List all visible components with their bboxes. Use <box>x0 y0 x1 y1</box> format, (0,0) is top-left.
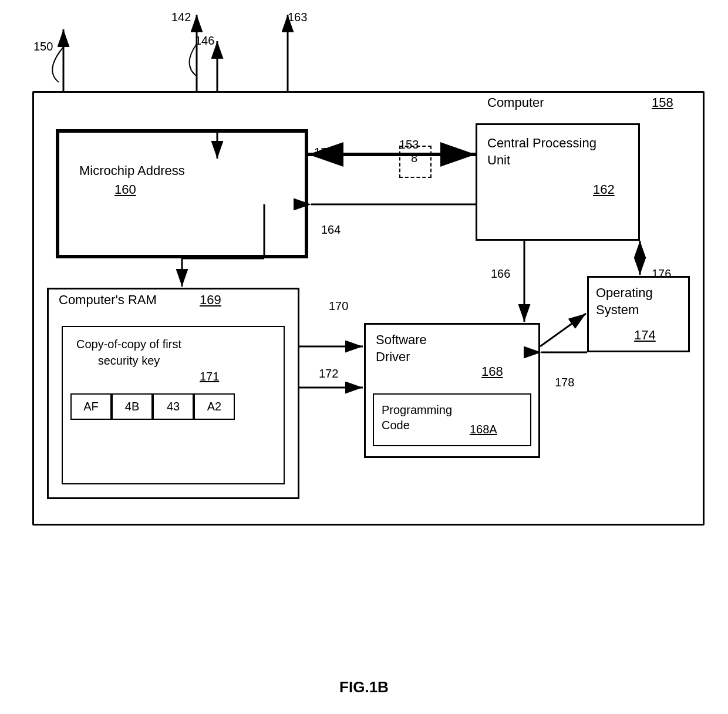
os-number: 174 <box>634 328 656 343</box>
software-label: SoftwareDriver <box>376 332 427 365</box>
label-170: 170 <box>329 299 348 313</box>
label-176: 176 <box>652 267 671 281</box>
ram-label: Computer's RAM <box>59 292 157 308</box>
label-146: 146 <box>195 34 214 48</box>
copy-number: 171 <box>200 370 219 383</box>
microchip-number: 160 <box>114 182 136 197</box>
label-152: 152 <box>314 146 333 159</box>
diagram-container: 150 142 146 163 Computer 158 Microchip A… <box>0 0 728 714</box>
label-163: 163 <box>288 11 307 24</box>
figure-label: FIG.1B <box>339 678 389 696</box>
computer-number: 158 <box>652 95 673 110</box>
label-178: 178 <box>555 376 574 389</box>
programming-number: 168A <box>470 423 497 436</box>
label-172: 172 <box>319 367 338 380</box>
label-8: 8 <box>411 151 417 165</box>
cpu-label: Central ProcessingUnit <box>487 135 596 169</box>
software-number: 168 <box>481 364 503 379</box>
label-142: 142 <box>171 11 191 24</box>
label-150: 150 <box>33 40 53 53</box>
microchip-box <box>56 129 308 258</box>
key-cell-af: AF <box>70 393 112 420</box>
key-cell-4b: 4B <box>112 393 153 420</box>
ram-number: 169 <box>200 292 221 308</box>
microchip-label: Microchip Address <box>79 163 185 178</box>
key-cells: AF 4B 43 A2 <box>70 393 235 420</box>
label-153: 153 <box>399 138 419 151</box>
copy-label: Copy-of-copy of firstsecurity key <box>76 336 181 369</box>
cpu-number: 162 <box>593 182 615 197</box>
computer-label: Computer <box>487 95 544 110</box>
label-166: 166 <box>491 267 510 281</box>
key-cell-a2: A2 <box>194 393 235 420</box>
programming-label: ProgrammingCode <box>382 402 452 433</box>
key-cell-43: 43 <box>153 393 194 420</box>
os-label: OperatingSystem <box>596 285 653 318</box>
label-164: 164 <box>321 223 341 237</box>
